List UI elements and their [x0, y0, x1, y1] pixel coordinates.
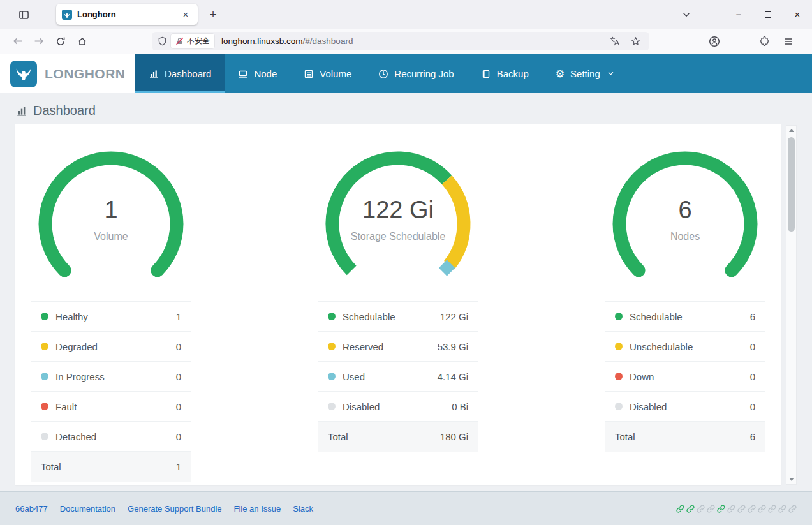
legend-dot — [328, 343, 336, 350]
link-icon[interactable] — [676, 505, 684, 513]
tab-close-icon[interactable]: × — [179, 8, 192, 21]
legend-item-value: 0 Bi — [452, 401, 468, 412]
legend-row: Degraded0 — [31, 332, 191, 362]
file-issue-link[interactable]: File an Issue — [234, 504, 281, 514]
nav-item-backup[interactable]: Backup — [468, 54, 542, 93]
chain-link-icon — [676, 505, 684, 513]
scrollbar[interactable] — [786, 125, 797, 485]
legend-total-value: 180 Gi — [440, 431, 468, 442]
extensions-icon[interactable] — [753, 33, 775, 50]
legend-row: Fault0 — [31, 392, 191, 422]
scroll-down-icon[interactable] — [786, 475, 796, 484]
scroll-up-icon[interactable] — [786, 126, 796, 135]
nav-item-setting[interactable]: ⚙ Setting — [542, 54, 628, 93]
link-icon[interactable] — [686, 505, 695, 513]
gear-icon: ⚙ — [556, 69, 565, 79]
documentation-link[interactable]: Documentation — [60, 504, 115, 514]
link-icon-row — [676, 505, 797, 513]
nav-item-volume[interactable]: Volume — [290, 54, 365, 93]
reload-icon[interactable] — [50, 33, 71, 50]
longhorn-logo-icon — [10, 61, 37, 87]
chain-link-icon — [768, 505, 776, 513]
chain-link-icon — [788, 505, 797, 513]
url-path: /#/dashboard — [303, 36, 353, 46]
tab-list-chevron-icon[interactable] — [675, 5, 697, 24]
gauge-value: 6 — [678, 196, 691, 224]
link-icon[interactable] — [727, 505, 735, 513]
home-icon[interactable] — [71, 33, 93, 50]
legend-dot — [41, 403, 48, 410]
legend-row: Reserved53.9 Gi — [318, 332, 478, 362]
slack-link[interactable]: Slack — [293, 504, 313, 514]
link-icon[interactable] — [697, 505, 705, 513]
window-controls: − × — [675, 0, 812, 29]
browser-tab[interactable]: Longhorn × — [56, 4, 198, 25]
legend-dot — [328, 403, 336, 410]
link-icon[interactable] — [748, 505, 756, 513]
menu-icon[interactable] — [778, 33, 799, 50]
legend-dot — [41, 343, 48, 350]
legend-row: Schedulable122 Gi — [318, 302, 478, 332]
link-icon[interactable] — [778, 505, 786, 513]
legend-item-value: 122 Gi — [440, 311, 468, 322]
chain-link-icon — [707, 505, 715, 513]
legend-item-value: 0 — [750, 401, 755, 412]
browser-toolbar: 不安全 longhorn.linuxsb.com/#/dashboard — [0, 29, 812, 54]
scrollbar-thumb[interactable] — [788, 137, 795, 232]
version-link[interactable]: 66ab477 — [15, 504, 48, 514]
legend-total-label: Total — [328, 431, 348, 442]
nav-item-node[interactable]: Node — [225, 54, 290, 93]
gauge-center: 122 GiStorage Schedulable — [324, 150, 472, 298]
chain-link-icon — [758, 505, 766, 513]
forward-icon[interactable] — [28, 33, 50, 50]
legend-total-value: 6 — [750, 431, 755, 442]
legend-dot — [615, 343, 623, 350]
chain-link-icon — [717, 505, 725, 513]
link-icon[interactable] — [707, 505, 715, 513]
link-icon[interactable] — [758, 505, 766, 513]
legend-row: Schedulable6 — [605, 302, 765, 332]
chain-link-icon — [748, 505, 756, 513]
charts-row: 1VolumeHealthy1Degraded0In Progress0Faul… — [15, 124, 781, 482]
footer: 66ab477 Documentation Generate Support B… — [0, 491, 812, 525]
translate-icon[interactable] — [607, 33, 623, 50]
link-icon[interactable] — [768, 505, 776, 513]
bookmark-star-icon[interactable] — [627, 33, 644, 50]
legend-table: Schedulable122 GiReserved53.9 GiUsed4.14… — [318, 301, 478, 452]
url-bar[interactable]: 不安全 longhorn.linuxsb.com/#/dashboard — [152, 32, 649, 50]
security-badge[interactable]: 不安全 — [171, 34, 214, 48]
brand[interactable]: LONGHORN — [0, 54, 135, 93]
firefox-view-icon[interactable] — [13, 5, 34, 24]
legend-row: Disabled0 — [605, 392, 765, 422]
gauge-center: 1Volume — [37, 150, 185, 298]
support-bundle-link[interactable]: Generate Support Bundle — [128, 504, 221, 514]
legend-total-row: Total180 Gi — [318, 422, 478, 452]
chart-column: 122 GiStorage SchedulableSchedulable122 … — [318, 150, 478, 482]
nav-item-recurring-job[interactable]: Recurring Job — [365, 54, 467, 93]
legend-total-row: Total6 — [605, 422, 765, 452]
legend-row: Detached0 — [31, 422, 191, 452]
maximize-icon — [765, 11, 771, 18]
legend-item-label: Fault — [55, 401, 77, 412]
link-icon[interactable] — [717, 505, 725, 513]
shield-icon[interactable] — [158, 36, 167, 46]
window-maximize-button[interactable] — [753, 0, 783, 29]
legend-dot — [615, 403, 623, 410]
legend-item-label: Schedulable — [343, 311, 395, 322]
gauge-chart: 6Nodes — [611, 150, 759, 298]
account-icon[interactable] — [704, 33, 725, 50]
link-icon[interactable] — [788, 505, 797, 513]
new-tab-button[interactable]: + — [204, 6, 222, 24]
link-icon[interactable] — [737, 505, 746, 513]
chart-column: 1VolumeHealthy1Degraded0In Progress0Faul… — [31, 150, 191, 482]
url-host: longhorn.linuxsb.com — [221, 36, 303, 46]
window-minimize-button[interactable]: − — [724, 0, 753, 29]
legend-table: Healthy1Degraded0In Progress0Fault0Detac… — [31, 301, 191, 482]
back-icon[interactable] — [6, 33, 28, 50]
main-nav: Dashboard Node Volume Recurring Job Back… — [135, 54, 628, 93]
gauge-label: Nodes — [670, 231, 700, 242]
window-close-button[interactable]: × — [783, 0, 812, 29]
legend-item-label: Degraded — [55, 341, 98, 352]
legend-item-value: 0 — [176, 341, 181, 352]
nav-item-dashboard[interactable]: Dashboard — [135, 54, 225, 93]
